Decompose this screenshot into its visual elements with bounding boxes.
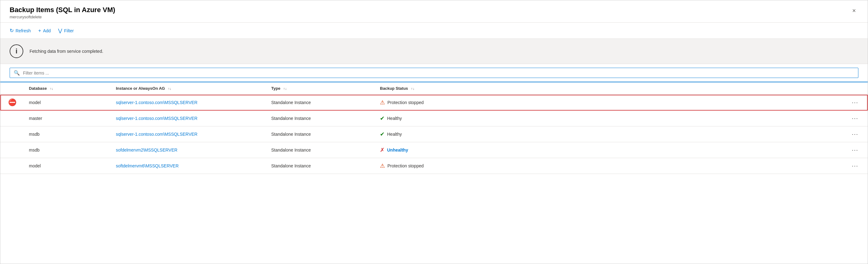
more-actions-button[interactable]: ··· <box>852 147 858 153</box>
instance-link[interactable]: sofdelmervm2\MSSQLSERVER <box>116 147 177 153</box>
info-icon: i <box>10 44 23 58</box>
row-icon-cell <box>0 158 24 174</box>
col-actions-header <box>505 82 868 95</box>
actions-cell[interactable]: ··· <box>505 142 868 158</box>
status-wrap: ✔Healthy <box>380 115 500 122</box>
table-row[interactable]: msdbsofdelmervm2\MSSQLSERVERStandalone I… <box>0 142 868 158</box>
subtitle: mercurysoftdelete <box>10 14 115 19</box>
database-name-cell: msdb <box>24 126 111 142</box>
status-label: Healthy <box>387 116 402 121</box>
add-button[interactable]: + Add <box>38 27 51 35</box>
refresh-label: Refresh <box>16 28 31 33</box>
status-wrap: ⚠Protection stopped <box>380 162 500 169</box>
refresh-button[interactable]: ↻ Refresh <box>10 26 31 35</box>
filter-button[interactable]: ⋁ Filter <box>58 26 74 35</box>
healthy-icon: ✔ <box>380 115 384 122</box>
warning-icon: ⚠ <box>380 99 385 106</box>
info-banner: i Fetching data from service completed. <box>0 39 868 64</box>
filter-input[interactable] <box>23 70 831 75</box>
type-cell: Standalone Instance <box>266 110 375 126</box>
search-icon: 🔍 <box>14 70 20 76</box>
row-icon-cell: ⛔ <box>0 95 24 110</box>
filter-icon: ⋁ <box>58 28 62 34</box>
database-name-cell: model <box>24 158 111 174</box>
status-wrap: ✗Unhealthy <box>380 146 500 154</box>
status-label: Healthy <box>387 132 402 137</box>
add-icon: + <box>38 28 41 34</box>
database-name-cell: master <box>24 110 111 126</box>
instance-cell[interactable]: sofdelmervm2\MSSQLSERVER <box>111 142 266 158</box>
database-name-cell: model <box>24 95 111 110</box>
backup-status-cell: ⚠Protection stopped <box>375 95 505 110</box>
col-database-header[interactable]: Database ↑↓ <box>24 82 111 95</box>
table-row[interactable]: modelsoftdelmervm6\MSSQLSERVERStandalone… <box>0 158 868 174</box>
table-header: Database ↑↓ Instance or AlwaysOn AG ↑↓ T… <box>0 82 868 95</box>
table-container: Database ↑↓ Instance or AlwaysOn AG ↑↓ T… <box>0 82 868 174</box>
backup-status-cell: ✔Healthy <box>375 110 505 126</box>
stop-protection-icon: ⛔ <box>8 99 17 106</box>
instance-cell[interactable]: sqlserver-1.contoso.com\MSSQLSERVER <box>111 126 266 142</box>
warning-icon: ⚠ <box>380 162 385 169</box>
sort-instance-icon[interactable]: ↑↓ <box>168 87 172 90</box>
backup-status-cell: ✔Healthy <box>375 126 505 142</box>
status-wrap: ⚠Protection stopped <box>380 99 500 106</box>
backup-status-cell: ⚠Protection stopped <box>375 158 505 174</box>
add-label: Add <box>43 28 51 33</box>
title-bar: Backup Items (SQL in Azure VM) mercuryso… <box>0 0 868 23</box>
row-icon-cell <box>0 142 24 158</box>
table-row[interactable]: msdbsqlserver-1.contoso.com\MSSQLSERVERS… <box>0 126 868 142</box>
type-cell: Standalone Instance <box>266 95 375 110</box>
col-status-header[interactable]: Backup Status ↑↓ <box>375 82 505 95</box>
status-label: Protection stopped <box>388 100 424 105</box>
instance-cell[interactable]: sqlserver-1.contoso.com\MSSQLSERVER <box>111 95 266 110</box>
filter-input-wrap[interactable]: 🔍 <box>10 68 858 78</box>
instance-link[interactable]: softdelmervm6\MSSQLSERVER <box>116 163 179 168</box>
filter-bar: 🔍 <box>0 64 868 82</box>
filter-label: Filter <box>64 28 74 33</box>
col-instance-header[interactable]: Instance or AlwaysOn AG ↑↓ <box>111 82 266 95</box>
actions-cell[interactable]: ··· <box>505 158 868 174</box>
database-name-cell: msdb <box>24 142 111 158</box>
title-section: Backup Items (SQL in Azure VM) mercuryso… <box>10 6 115 19</box>
actions-cell[interactable]: ··· <box>505 110 868 126</box>
more-actions-button[interactable]: ··· <box>852 163 858 169</box>
type-cell: Standalone Instance <box>266 142 375 158</box>
backup-items-table: Database ↑↓ Instance or AlwaysOn AG ↑↓ T… <box>0 82 868 174</box>
close-button[interactable]: × <box>850 6 858 15</box>
row-icon-cell <box>0 126 24 142</box>
table-body: ⛔modelsqlserver-1.contoso.com\MSSQLSERVE… <box>0 95 868 174</box>
col-type-header[interactable]: Type ↑↓ <box>266 82 375 95</box>
col-icon-header <box>0 82 24 95</box>
backup-status-cell: ✗Unhealthy <box>375 142 505 158</box>
toolbar: ↻ Refresh + Add ⋁ Filter <box>0 23 868 39</box>
table-row[interactable]: mastersqlserver-1.contoso.com\MSSQLSERVE… <box>0 110 868 126</box>
status-label: Unhealthy <box>387 147 408 153</box>
refresh-icon: ↻ <box>10 28 14 34</box>
instance-link[interactable]: sqlserver-1.contoso.com\MSSQLSERVER <box>116 100 197 105</box>
instance-link[interactable]: sqlserver-1.contoso.com\MSSQLSERVER <box>116 132 197 137</box>
page-title: Backup Items (SQL in Azure VM) <box>10 6 115 14</box>
sort-database-icon[interactable]: ↑↓ <box>50 87 53 90</box>
sort-type-icon[interactable]: ↑↓ <box>283 87 287 90</box>
healthy-icon: ✔ <box>380 131 384 138</box>
actions-cell[interactable]: ··· <box>505 126 868 142</box>
status-wrap: ✔Healthy <box>380 131 500 138</box>
type-cell: Standalone Instance <box>266 158 375 174</box>
type-cell: Standalone Instance <box>266 126 375 142</box>
status-label: Protection stopped <box>388 163 424 168</box>
instance-cell[interactable]: sqlserver-1.contoso.com\MSSQLSERVER <box>111 110 266 126</box>
more-actions-button[interactable]: ··· <box>852 99 858 106</box>
more-actions-button[interactable]: ··· <box>852 115 858 122</box>
more-actions-button[interactable]: ··· <box>852 131 858 137</box>
banner-message: Fetching data from service completed. <box>30 49 103 54</box>
actions-cell[interactable]: ··· <box>505 95 868 110</box>
row-icon-cell <box>0 110 24 126</box>
table-row[interactable]: ⛔modelsqlserver-1.contoso.com\MSSQLSERVE… <box>0 95 868 110</box>
instance-cell[interactable]: softdelmervm6\MSSQLSERVER <box>111 158 266 174</box>
error-icon: ✗ <box>380 146 384 154</box>
instance-link[interactable]: sqlserver-1.contoso.com\MSSQLSERVER <box>116 116 197 121</box>
sort-status-icon[interactable]: ↑↓ <box>411 87 414 90</box>
